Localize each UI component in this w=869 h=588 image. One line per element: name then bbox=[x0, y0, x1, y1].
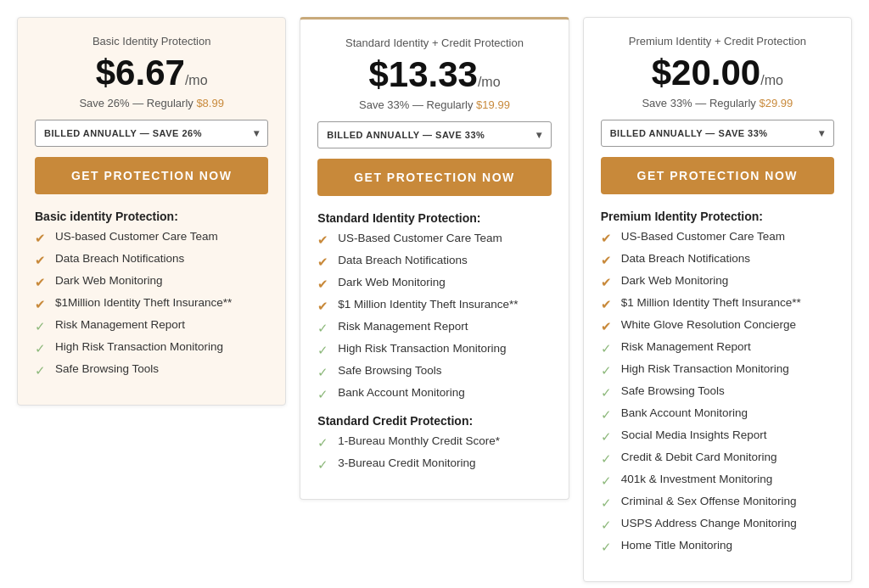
feature-icon-outline-premium-0-13: ✓ bbox=[601, 518, 614, 533]
billing-label-basic: BILLED ANNUALLY — SAVE 26% bbox=[44, 128, 202, 138]
plan-savings-standard: Save 33% — Regularly $19.99 bbox=[317, 98, 551, 111]
feature-text-premium-0-13: USPS Address Change Monitoring bbox=[621, 517, 797, 529]
feature-text-standard-0-6: Safe Browsing Tools bbox=[338, 364, 441, 377]
feature-item-standard-0-4: ✓Risk Management Report bbox=[317, 320, 551, 336]
feature-icon-filled-basic-0-0: ✔ bbox=[35, 231, 48, 246]
feature-icon-filled-standard-0-1: ✔ bbox=[317, 255, 331, 270]
feature-item-premium-0-8: ✓Bank Account Monitoring bbox=[601, 406, 834, 423]
feature-icon-outline-standard-0-4: ✓ bbox=[317, 321, 331, 336]
feature-text-standard-0-4: Risk Management Report bbox=[338, 320, 468, 333]
feature-text-premium-0-11: 401k & Investment Monitoring bbox=[621, 473, 773, 485]
feature-text-standard-0-5: High Risk Transaction Monitoring bbox=[338, 342, 506, 355]
feature-item-premium-0-11: ✓401k & Investment Monitoring bbox=[601, 473, 834, 489]
cta-button-basic[interactable]: GET PROTECTION NOW bbox=[35, 157, 268, 194]
feature-text-standard-1-0: 1-Bureau Monthly Credit Score* bbox=[338, 434, 500, 447]
feature-item-premium-0-4: ✔White Glove Resolution Concierge bbox=[601, 318, 834, 334]
feature-item-premium-0-3: ✔$1 Million Identity Theft Insurance** bbox=[601, 296, 834, 312]
feature-icon-outline-basic-0-5: ✓ bbox=[35, 341, 48, 356]
feature-icon-filled-standard-0-2: ✔ bbox=[317, 277, 331, 292]
feature-item-basic-0-3: ✔$1Million Identity Theft Insurance** bbox=[35, 296, 268, 312]
feature-item-standard-1-0: ✓1-Bureau Monthly Credit Score* bbox=[317, 434, 551, 451]
feature-text-premium-0-3: $1 Million Identity Theft Insurance** bbox=[621, 296, 801, 309]
feature-text-basic-0-2: Dark Web Monitoring bbox=[55, 274, 163, 287]
feature-icon-outline-standard-0-7: ✓ bbox=[317, 387, 331, 402]
feature-item-standard-0-0: ✔US-Based Customer Care Team bbox=[317, 232, 551, 248]
price-per-premium: /mo bbox=[760, 73, 783, 87]
feature-icon-outline-premium-0-10: ✓ bbox=[601, 451, 614, 467]
feature-item-premium-0-1: ✔Data Breach Notifications bbox=[601, 252, 834, 268]
plan-card-standard: Standard Identity + Credit Protection$13… bbox=[300, 17, 569, 500]
plan-name-basic: Basic Identity Protection bbox=[35, 35, 268, 48]
feature-text-premium-0-9: Social Media Insights Report bbox=[621, 428, 767, 441]
feature-item-premium-0-10: ✓Credit & Debit Card Monitoring bbox=[601, 451, 834, 467]
feature-item-standard-0-6: ✓Safe Browsing Tools bbox=[317, 364, 551, 380]
feature-item-standard-0-3: ✔$1 Million Identity Theft Insurance** bbox=[317, 298, 551, 314]
feature-icon-filled-standard-0-0: ✔ bbox=[317, 232, 331, 248]
billing-label-premium: BILLED ANNUALLY — SAVE 33% bbox=[610, 128, 768, 138]
feature-text-premium-0-0: US-Based Customer Care Team bbox=[621, 230, 785, 243]
billing-label-standard: BILLED ANNUALLY — SAVE 33% bbox=[327, 130, 485, 140]
feature-text-premium-0-1: Data Breach Notifications bbox=[621, 252, 750, 265]
feature-icon-outline-premium-0-9: ✓ bbox=[601, 429, 614, 445]
features-section-basic-0: Basic identity Protection:✔US-based Cust… bbox=[35, 210, 268, 378]
feature-item-standard-0-2: ✔Dark Web Monitoring bbox=[317, 276, 551, 292]
cta-button-standard[interactable]: GET PROTECTION NOW bbox=[317, 159, 551, 196]
plan-price-basic: $6.67/mo bbox=[35, 53, 268, 93]
feature-text-standard-0-2: Dark Web Monitoring bbox=[338, 276, 446, 288]
feature-item-premium-0-0: ✔US-Based Customer Care Team bbox=[601, 230, 834, 246]
feature-icon-filled-premium-0-4: ✔ bbox=[601, 319, 614, 334]
billing-chevron-premium: ▾ bbox=[819, 127, 825, 139]
feature-item-basic-0-4: ✓Risk Management Report bbox=[35, 318, 268, 334]
feature-icon-filled-standard-0-3: ✔ bbox=[317, 299, 331, 314]
price-amount-standard: $13.33 bbox=[368, 54, 477, 94]
feature-icon-outline-premium-0-7: ✓ bbox=[601, 385, 614, 400]
feature-text-standard-0-1: Data Breach Notifications bbox=[338, 254, 467, 266]
billing-select-basic[interactable]: BILLED ANNUALLY — SAVE 26%▾ bbox=[35, 120, 268, 147]
billing-select-premium[interactable]: BILLED ANNUALLY — SAVE 33%▾ bbox=[601, 120, 834, 147]
feature-text-premium-0-8: Bank Account Monitoring bbox=[621, 406, 748, 419]
feature-item-premium-0-14: ✓Home Title Monitoring bbox=[601, 539, 834, 555]
feature-icon-outline-premium-0-6: ✓ bbox=[601, 363, 614, 378]
feature-text-standard-0-0: US-Based Customer Care Team bbox=[338, 232, 502, 244]
feature-text-premium-0-5: Risk Management Report bbox=[621, 340, 751, 353]
plan-savings-premium: Save 33% — Regularly $29.99 bbox=[601, 97, 834, 109]
feature-item-premium-0-5: ✓Risk Management Report bbox=[601, 340, 834, 356]
feature-text-standard-1-1: 3-Bureau Credit Monitoring bbox=[338, 456, 475, 469]
feature-text-basic-0-3: $1Million Identity Theft Insurance** bbox=[55, 296, 232, 309]
feature-item-premium-0-12: ✓Criminal & Sex Offense Monitoring bbox=[601, 495, 834, 511]
feature-text-premium-0-10: Credit & Debit Card Monitoring bbox=[621, 451, 777, 463]
feature-text-standard-0-3: $1 Million Identity Theft Insurance** bbox=[338, 298, 518, 311]
features-section-standard-0: Standard Identity Protection:✔US-Based C… bbox=[317, 211, 551, 402]
feature-text-standard-0-7: Bank Account Monitoring bbox=[338, 386, 464, 399]
feature-text-basic-0-0: US-based Customer Care Team bbox=[55, 230, 218, 243]
features-section-premium-0: Premium Identity Protection:✔US-Based Cu… bbox=[601, 210, 834, 555]
feature-icon-outline-standard-0-6: ✓ bbox=[317, 365, 331, 380]
feature-item-premium-0-13: ✓USPS Address Change Monitoring bbox=[601, 517, 834, 533]
plan-price-premium: $20.00/mo bbox=[601, 53, 834, 93]
pricing-grid: Basic Identity Protection$6.67/moSave 26… bbox=[17, 17, 852, 582]
feature-item-premium-0-6: ✓High Risk Transaction Monitoring bbox=[601, 362, 834, 378]
feature-item-premium-0-9: ✓Social Media Insights Report bbox=[601, 428, 834, 445]
feature-text-basic-0-5: High Risk Transaction Monitoring bbox=[55, 340, 223, 353]
plan-savings-basic: Save 26% — Regularly $8.99 bbox=[35, 97, 268, 109]
section-title-basic-0: Basic identity Protection: bbox=[35, 210, 268, 223]
feature-icon-outline-standard-1-1: ✓ bbox=[317, 457, 331, 473]
feature-icon-outline-basic-0-6: ✓ bbox=[35, 363, 48, 378]
section-title-premium-0: Premium Identity Protection: bbox=[601, 210, 834, 223]
feature-icon-filled-premium-0-2: ✔ bbox=[601, 275, 614, 290]
billing-select-standard[interactable]: BILLED ANNUALLY — SAVE 33%▾ bbox=[317, 121, 551, 148]
feature-icon-outline-premium-0-5: ✓ bbox=[601, 341, 614, 356]
price-per-standard: /mo bbox=[478, 75, 501, 89]
feature-icon-filled-basic-0-1: ✔ bbox=[35, 253, 48, 268]
feature-text-premium-0-7: Safe Browsing Tools bbox=[621, 384, 725, 397]
feature-item-basic-0-1: ✔Data Breach Notifications bbox=[35, 252, 268, 268]
cta-button-premium[interactable]: GET PROTECTION NOW bbox=[601, 157, 834, 194]
plan-card-basic: Basic Identity Protection$6.67/moSave 26… bbox=[17, 17, 286, 406]
plan-name-premium: Premium Identity + Credit Protection bbox=[601, 35, 834, 48]
price-amount-premium: $20.00 bbox=[652, 53, 760, 92]
billing-chevron-basic: ▾ bbox=[254, 127, 260, 139]
feature-text-premium-0-12: Criminal & Sex Offense Monitoring bbox=[621, 495, 797, 507]
plan-price-standard: $13.33/mo bbox=[317, 54, 551, 95]
feature-icon-outline-premium-0-8: ✓ bbox=[601, 407, 614, 423]
feature-item-basic-0-0: ✔US-based Customer Care Team bbox=[35, 230, 268, 246]
